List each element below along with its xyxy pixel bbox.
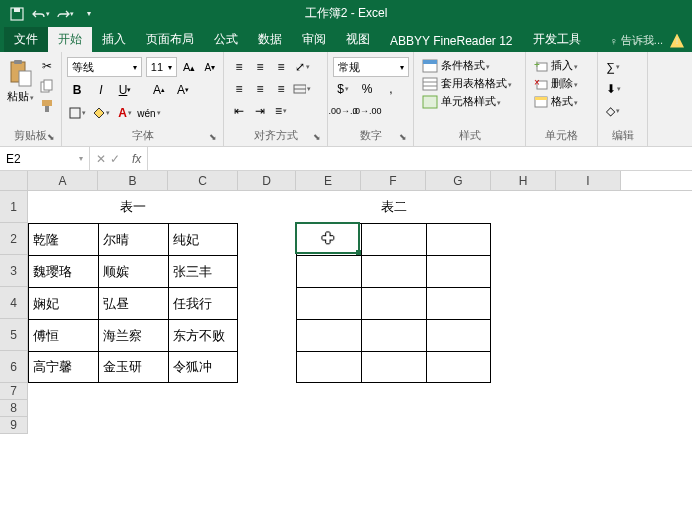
wrap-text-button[interactable]: ≡	[271, 101, 291, 121]
cut-icon[interactable]: ✂	[38, 57, 56, 75]
increase-font-icon[interactable]: A▴	[181, 57, 198, 77]
phonetic-button[interactable]: wén	[139, 103, 159, 123]
table-format-button[interactable]: 套用表格格式	[419, 75, 520, 92]
increase-decimal-icon[interactable]: .00→.0	[333, 101, 353, 121]
copy-icon[interactable]	[38, 77, 56, 95]
enter-formula-icon[interactable]: ✓	[110, 152, 120, 166]
decrease-font-icon[interactable]: A▾	[201, 57, 218, 77]
cell-F4[interactable]	[361, 287, 426, 319]
cell-E4[interactable]	[296, 287, 361, 319]
fx-icon[interactable]: fx	[126, 152, 147, 166]
font-size-combo[interactable]: 11▾	[146, 57, 177, 77]
cell-G6[interactable]	[426, 351, 491, 383]
align-top-icon[interactable]: ≡	[229, 57, 249, 77]
cell-G3[interactable]	[426, 255, 491, 287]
row-header-4[interactable]: 4	[0, 287, 28, 319]
name-box[interactable]: E2▾	[0, 147, 90, 170]
cell-A1[interactable]: 表一	[28, 191, 238, 223]
format-painter-icon[interactable]	[38, 97, 56, 115]
cell-B4[interactable]: 弘昼	[98, 287, 168, 319]
font-name-combo[interactable]: 等线▾	[67, 57, 142, 77]
align-left-icon[interactable]: ≡	[229, 79, 249, 99]
cell-B6[interactable]: 金玉研	[98, 351, 168, 383]
cell-styles-button[interactable]: 单元格样式	[419, 93, 520, 110]
cell-E1[interactable]: 表二	[296, 191, 491, 223]
cell-G2[interactable]	[426, 223, 491, 255]
cell-C3[interactable]: 张三丰	[168, 255, 238, 287]
font-grow-icon[interactable]: A▴	[149, 80, 169, 100]
number-format-combo[interactable]: 常规▾	[333, 57, 409, 77]
row-header-6[interactable]: 6	[0, 351, 28, 383]
col-header-F[interactable]: F	[361, 171, 426, 190]
tab-home[interactable]: 开始	[48, 27, 92, 52]
italic-button[interactable]: I	[91, 80, 111, 100]
select-all-corner[interactable]	[0, 171, 28, 190]
cell-F6[interactable]	[361, 351, 426, 383]
col-header-E[interactable]: E	[296, 171, 361, 190]
align-middle-icon[interactable]: ≡	[250, 57, 270, 77]
tab-abbyy[interactable]: ABBYY FineReader 12	[380, 30, 523, 52]
font-shrink-icon[interactable]: A▾	[173, 80, 193, 100]
undo-icon[interactable]: ▾	[30, 3, 52, 25]
cell-A2[interactable]: 乾隆	[28, 223, 98, 255]
fill-button[interactable]: ⬇	[603, 79, 623, 99]
delete-cells-button[interactable]: ×删除	[531, 75, 592, 92]
row-header-2[interactable]: 2	[0, 223, 28, 255]
cell-A4[interactable]: 娴妃	[28, 287, 98, 319]
cell-B5[interactable]: 海兰察	[98, 319, 168, 351]
tab-data[interactable]: 数据	[248, 27, 292, 52]
cell-C4[interactable]: 任我行	[168, 287, 238, 319]
tell-me[interactable]: ♀ 告诉我...!	[602, 29, 692, 52]
formula-bar[interactable]	[147, 147, 692, 170]
col-header-D[interactable]: D	[238, 171, 296, 190]
conditional-format-button[interactable]: 条件格式	[419, 57, 520, 74]
cell-B2[interactable]: 尔晴	[98, 223, 168, 255]
decrease-decimal-icon[interactable]: .0→.00	[357, 101, 377, 121]
tab-insert[interactable]: 插入	[92, 27, 136, 52]
row-header-3[interactable]: 3	[0, 255, 28, 287]
format-cells-button[interactable]: 格式	[531, 93, 592, 110]
font-launcher[interactable]: ⬊	[209, 132, 221, 144]
cell-C2[interactable]: 纯妃	[168, 223, 238, 255]
cell-F3[interactable]	[361, 255, 426, 287]
number-launcher[interactable]: ⬊	[399, 132, 411, 144]
insert-cells-button[interactable]: +插入	[531, 57, 592, 74]
underline-button[interactable]: U▾	[115, 80, 135, 100]
tab-file[interactable]: 文件	[4, 27, 48, 52]
cell-E6[interactable]	[296, 351, 361, 383]
align-right-icon[interactable]: ≡	[271, 79, 291, 99]
percent-format-icon[interactable]: %	[357, 79, 377, 99]
merge-button[interactable]	[292, 79, 312, 99]
fill-color-button[interactable]	[91, 103, 111, 123]
row-header-7[interactable]: 7	[0, 383, 28, 400]
cell-C5[interactable]: 东方不败	[168, 319, 238, 351]
row-header-1[interactable]: 1	[0, 191, 28, 223]
decrease-indent-icon[interactable]: ⇤	[229, 101, 249, 121]
comma-format-icon[interactable]: ,	[381, 79, 401, 99]
tab-developer[interactable]: 开发工具	[523, 27, 591, 52]
cell-F2[interactable]	[361, 223, 426, 255]
row-header-8[interactable]: 8	[0, 400, 28, 417]
col-header-C[interactable]: C	[168, 171, 238, 190]
bold-button[interactable]: B	[67, 80, 87, 100]
save-icon[interactable]	[6, 3, 28, 25]
increase-indent-icon[interactable]: ⇥	[250, 101, 270, 121]
redo-icon[interactable]: ▾	[54, 3, 76, 25]
cell-A3[interactable]: 魏璎珞	[28, 255, 98, 287]
tab-review[interactable]: 审阅	[292, 27, 336, 52]
clipboard-launcher[interactable]: ⬊	[47, 132, 59, 144]
row-header-5[interactable]: 5	[0, 319, 28, 351]
cell-E5[interactable]	[296, 319, 361, 351]
row-header-9[interactable]: 9	[0, 417, 28, 434]
align-center-icon[interactable]: ≡	[250, 79, 270, 99]
align-bottom-icon[interactable]: ≡	[271, 57, 291, 77]
tab-view[interactable]: 视图	[336, 27, 380, 52]
col-header-B[interactable]: B	[98, 171, 168, 190]
cell-G4[interactable]	[426, 287, 491, 319]
qat-customize-icon[interactable]: ▾	[78, 3, 100, 25]
orientation-icon[interactable]: ⤢	[292, 57, 312, 77]
cell-C6[interactable]: 令狐冲	[168, 351, 238, 383]
cell-A5[interactable]: 傅恒	[28, 319, 98, 351]
cell-G5[interactable]	[426, 319, 491, 351]
cell-E3[interactable]	[296, 255, 361, 287]
